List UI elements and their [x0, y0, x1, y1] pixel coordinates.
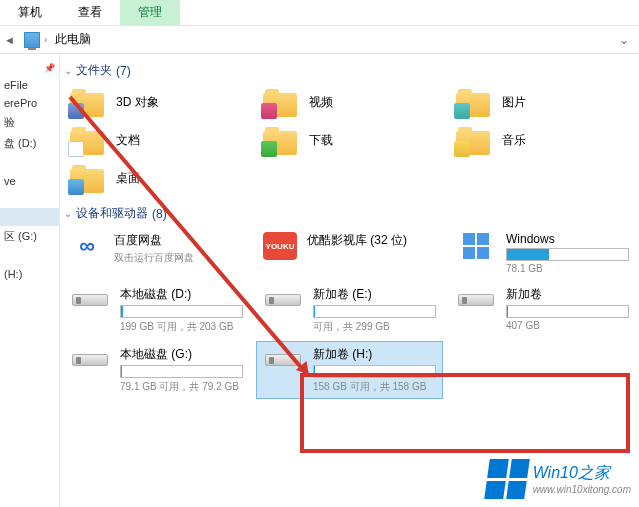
- drive-capacity: 79.1 GB 可用，共 79.2 GB: [120, 380, 243, 394]
- sidebar-item[interactable]: 盘 (D:): [0, 133, 59, 154]
- devices-grid: ∞百度网盘双击运行百度网盘YOUKU优酷影视库 (32 位) Windows 7…: [64, 228, 635, 398]
- drive-name: 新加卷 (E:): [313, 286, 436, 303]
- breadcrumb-location[interactable]: 此电脑: [51, 31, 95, 48]
- drive-capacity: 可用，共 299 GB: [313, 320, 436, 334]
- devices-title: 设备和驱动器: [76, 205, 148, 222]
- chevron-down-icon: ⌄: [64, 208, 72, 219]
- folders-section-header[interactable]: ⌄ 文件夹 (7): [64, 60, 635, 85]
- drive-item[interactable]: 新加卷 (E:) 可用，共 299 GB: [257, 282, 442, 338]
- folder-icon: [70, 87, 106, 117]
- sidebar: 📌eFileerePro验盘 (D:) ve 区 (G:) (H:): [0, 54, 60, 507]
- sidebar-item[interactable]: 区 (G:): [0, 226, 59, 247]
- drive-name: Windows: [506, 232, 629, 246]
- youku-icon: YOUKU: [263, 232, 297, 260]
- folder-item[interactable]: 下载: [257, 123, 442, 157]
- drive-name: 本地磁盘 (D:): [120, 286, 243, 303]
- ribbon-tabs: 算机 查看 管理: [0, 0, 639, 26]
- watermark-url: www.win10xitong.com: [533, 484, 631, 495]
- hdd-icon: [263, 346, 303, 374]
- capacity-bar: [313, 305, 436, 318]
- folder-icon: [456, 87, 492, 117]
- sidebar-item[interactable]: ve: [0, 172, 59, 190]
- drive-item[interactable]: 本地磁盘 (G:) 79.1 GB 可用，共 79.2 GB: [64, 342, 249, 398]
- drive-item[interactable]: Windows 78.1 GB: [450, 228, 635, 278]
- capacity-bar: [313, 365, 436, 378]
- folder-item[interactable]: 文档: [64, 123, 249, 157]
- sidebar-item[interactable]: eFile: [0, 76, 59, 94]
- sidebar-item[interactable]: 📌: [0, 60, 59, 76]
- sidebar-item[interactable]: [0, 247, 59, 265]
- hdd-icon: [456, 286, 496, 314]
- folder-item[interactable]: 图片: [450, 85, 635, 119]
- ribbon-toggle-icon[interactable]: ⌄: [619, 33, 629, 47]
- folder-label: 视频: [309, 94, 333, 111]
- drive-name: 新加卷 (H:): [313, 346, 436, 363]
- drive-capacity: 158 GB 可用，共 158 GB: [313, 380, 436, 394]
- drive-icon: [456, 232, 496, 260]
- folder-label: 文档: [116, 132, 140, 149]
- windows-logo-icon: [484, 459, 530, 499]
- chevron-down-icon: ⌄: [64, 65, 72, 76]
- drive-sub: 双击运行百度网盘: [114, 251, 243, 265]
- drive-capacity: 407 GB: [506, 320, 629, 331]
- devices-section-header[interactable]: ⌄ 设备和驱动器 (8): [64, 203, 635, 228]
- drive-name: 本地磁盘 (G:): [120, 346, 243, 363]
- nav-up-icon[interactable]: ◄: [4, 34, 20, 46]
- sidebar-item[interactable]: [0, 190, 59, 208]
- folder-item[interactable]: 音乐: [450, 123, 635, 157]
- tab-view[interactable]: 查看: [60, 0, 120, 25]
- hdd-icon: [70, 346, 110, 374]
- drive-item[interactable]: ∞百度网盘双击运行百度网盘: [64, 228, 249, 278]
- baidu-icon: ∞: [70, 232, 104, 260]
- sidebar-item[interactable]: 验: [0, 112, 59, 133]
- main-content: ⌄ 文件夹 (7) 3D 对象 视频 图片 文档 下载: [60, 54, 639, 507]
- address-bar: ◄ › 此电脑 ⌄: [0, 26, 639, 54]
- hdd-icon: [70, 286, 110, 314]
- this-pc-icon: [24, 32, 40, 48]
- drive-item[interactable]: 本地磁盘 (D:) 199 GB 可用，共 203 GB: [64, 282, 249, 338]
- folder-label: 3D 对象: [116, 94, 159, 111]
- folder-item[interactable]: 3D 对象: [64, 85, 249, 119]
- devices-count: (8): [152, 207, 167, 221]
- watermark: Win10之家 www.win10xitong.com: [487, 459, 631, 499]
- folders-title: 文件夹: [76, 62, 112, 79]
- drive-capacity: 199 GB 可用，共 203 GB: [120, 320, 243, 334]
- hdd-icon: [263, 286, 303, 314]
- tab-computer[interactable]: 算机: [0, 0, 60, 25]
- folder-icon: [263, 87, 299, 117]
- drive-name: 优酷影视库 (32 位): [307, 232, 436, 249]
- folder-label: 图片: [502, 94, 526, 111]
- sidebar-item[interactable]: [0, 208, 59, 226]
- drive-name: 百度网盘: [114, 232, 243, 249]
- capacity-bar: [120, 365, 243, 378]
- capacity-bar: [120, 305, 243, 318]
- folder-label: 音乐: [502, 132, 526, 149]
- drive-item[interactable]: YOUKU优酷影视库 (32 位): [257, 228, 442, 278]
- folder-icon: [70, 163, 106, 193]
- folders-grid: 3D 对象 视频 图片 文档 下载 音乐 桌面: [64, 85, 635, 195]
- folder-label: 下载: [309, 132, 333, 149]
- drive-name: 新加卷: [506, 286, 629, 303]
- folder-item[interactable]: 桌面: [64, 161, 249, 195]
- watermark-title: Win10之家: [533, 463, 631, 484]
- folders-count: (7): [116, 64, 131, 78]
- drive-item[interactable]: 新加卷 407 GB: [450, 282, 635, 338]
- sidebar-item[interactable]: [0, 154, 59, 172]
- folder-label: 桌面: [116, 170, 140, 187]
- folder-icon: [263, 125, 299, 155]
- sidebar-item[interactable]: (H:): [0, 265, 59, 283]
- tab-manage[interactable]: 管理: [120, 0, 180, 25]
- folder-item[interactable]: 视频: [257, 85, 442, 119]
- drive-capacity: 78.1 GB: [506, 263, 629, 274]
- folder-icon: [456, 125, 492, 155]
- folder-icon: [70, 125, 106, 155]
- capacity-bar: [506, 305, 629, 318]
- sidebar-item[interactable]: erePro: [0, 94, 59, 112]
- capacity-bar: [506, 248, 629, 261]
- drive-item-selected[interactable]: 新加卷 (H:) 158 GB 可用，共 158 GB: [257, 342, 442, 398]
- chevron-icon: ›: [44, 34, 47, 45]
